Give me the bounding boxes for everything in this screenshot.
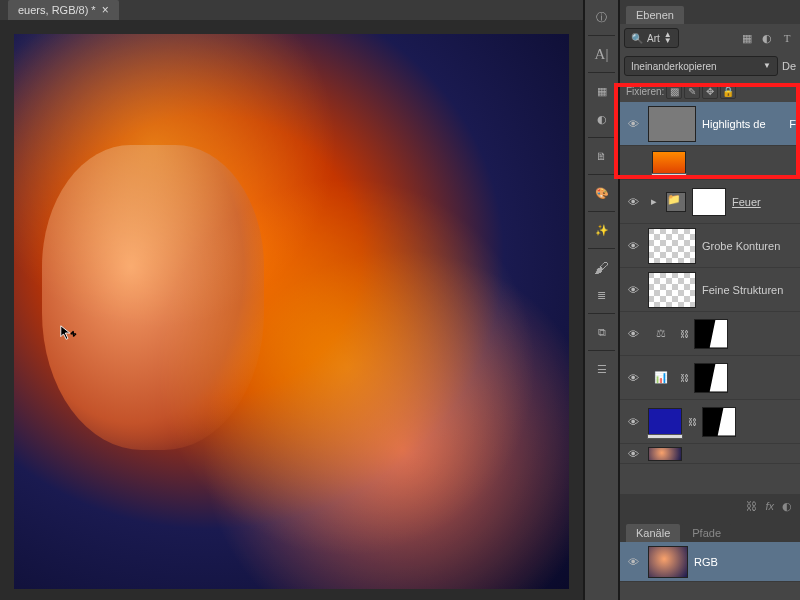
adjustments-icon[interactable]: ◐ — [588, 106, 616, 132]
channel-name[interactable]: RGB — [694, 556, 796, 568]
balance-icon: ⚖ — [648, 321, 674, 347]
lock-pixels-icon[interactable]: ✎ — [684, 83, 700, 99]
layer-thumbnail[interactable] — [648, 408, 682, 436]
layer-thumbnail[interactable] — [652, 151, 686, 175]
channel-row-rgb[interactable]: 👁 RGB — [620, 542, 800, 582]
color-icon[interactable]: 🎨 — [588, 180, 616, 206]
close-icon[interactable]: × — [102, 3, 109, 17]
brush-icon[interactable]: 🖌 — [588, 254, 616, 280]
lock-position-icon[interactable]: ✥ — [702, 83, 718, 99]
wand-icon[interactable]: ✨ — [588, 217, 616, 243]
layer-filter-value: Art — [647, 33, 660, 44]
channel-thumbnail[interactable] — [648, 546, 688, 578]
layer-name[interactable]: Highlights de — [702, 118, 783, 130]
visibility-icon[interactable]: 👁 — [624, 237, 642, 255]
layer-mask-thumbnail[interactable] — [692, 188, 726, 216]
layers-panel-footer: ⛓ fx ◐ — [620, 494, 800, 518]
layer-thumbnail[interactable] — [648, 272, 696, 308]
layer-row-feuer[interactable]: 👁 ▸ 📁 Feuer — [620, 180, 800, 224]
visibility-icon[interactable]: 👁 — [624, 413, 642, 431]
move-cursor-icon — [59, 324, 77, 342]
search-icon: 🔍 — [631, 33, 643, 44]
chevron-updown-icon: ▲▼ — [664, 32, 672, 44]
layer-row-grobe-konturen[interactable]: 👁 Grobe Konturen — [620, 224, 800, 268]
visibility-icon[interactable]: 👁 — [624, 553, 642, 571]
lock-row: Fixieren: ▩ ✎ ✥ 🔒 — [620, 80, 800, 102]
document-title: euers, RGB/8) * — [18, 4, 96, 16]
layers-list: 👁 Highlights de F 👁 ▸ 📁 Feuer — [620, 102, 800, 494]
visibility-icon[interactable]: 👁 — [624, 193, 642, 211]
layer-row-orange-fill[interactable] — [620, 146, 800, 180]
filter-image-icon[interactable]: ▦ — [738, 29, 756, 47]
clone-source-icon[interactable]: ⧉ — [588, 319, 616, 345]
layer-mask-thumbnail[interactable] — [694, 363, 728, 393]
layer-extra: F — [789, 118, 796, 130]
link-icon: ⛓ — [680, 373, 688, 383]
layer-filter-dropdown[interactable]: 🔍 Art ▲▼ — [624, 28, 679, 48]
collapsed-panel-dock: ⓘ A| ▦ ◐ 🗎 🎨 ✨ 🖌 ≣ ⧉ ☰ — [584, 0, 618, 600]
layer-thumbnail[interactable] — [648, 106, 696, 142]
layer-mask-thumbnail[interactable] — [702, 407, 736, 437]
canvas[interactable] — [14, 34, 569, 589]
document-tab[interactable]: euers, RGB/8) * × — [8, 0, 119, 20]
link-layers-icon[interactable]: ⛓ — [746, 500, 757, 512]
blend-mode-value: Ineinanderkopieren — [631, 61, 717, 72]
layer-name[interactable]: Feine Strukturen — [702, 284, 796, 296]
visibility-icon[interactable]: 👁 — [624, 325, 642, 343]
properties-icon[interactable]: ☰ — [588, 356, 616, 382]
layer-name[interactable]: Grobe Konturen — [702, 240, 796, 252]
lock-label: Fixieren: — [626, 86, 664, 97]
link-icon: ⛓ — [688, 417, 696, 427]
tab-layers[interactable]: Ebenen — [626, 6, 684, 24]
levels-icon: 📊 — [648, 365, 674, 391]
swatches-icon[interactable]: ▦ — [588, 78, 616, 104]
chevron-down-icon: ▼ — [763, 63, 771, 69]
layer-row-adjustment-1[interactable]: 👁 ⚖ ⛓ — [620, 312, 800, 356]
tab-paths[interactable]: Pfade — [682, 524, 731, 542]
visibility-icon[interactable]: 👁 — [624, 281, 642, 299]
layer-thumbnail[interactable] — [648, 228, 696, 264]
link-icon: ⛓ — [680, 329, 688, 339]
visibility-icon[interactable]: 👁 — [624, 115, 642, 133]
layer-row-adjustment-2[interactable]: 👁 📊 ⛓ — [620, 356, 800, 400]
lock-all-icon[interactable]: 🔒 — [720, 83, 736, 99]
folder-icon: 📁 — [666, 192, 686, 212]
visibility-icon[interactable]: 👁 — [624, 369, 642, 387]
lock-transparent-icon[interactable]: ▩ — [666, 83, 682, 99]
filter-type-icon[interactable]: T — [778, 29, 796, 47]
layer-row-solid-blue[interactable]: 👁 ⛓ — [620, 400, 800, 444]
visibility-icon[interactable]: 👁 — [624, 445, 642, 463]
blend-mode-dropdown[interactable]: Ineinanderkopieren ▼ — [624, 56, 778, 76]
chevron-right-icon[interactable]: ▸ — [648, 195, 660, 208]
opacity-label: De — [782, 60, 796, 72]
info-icon[interactable]: ⓘ — [588, 4, 616, 30]
brush-presets-icon[interactable]: ≣ — [588, 282, 616, 308]
fx-icon[interactable]: fx — [765, 500, 774, 512]
history-icon[interactable]: 🗎 — [588, 143, 616, 169]
layer-mask-thumbnail[interactable] — [694, 319, 728, 349]
layer-row-feine-strukturen[interactable]: 👁 Feine Strukturen — [620, 268, 800, 312]
layer-name[interactable]: Feuer — [732, 196, 796, 208]
layer-row-photo[interactable]: 👁 — [620, 444, 800, 464]
layer-thumbnail[interactable] — [648, 447, 682, 461]
tab-channels[interactable]: Kanäle — [626, 524, 680, 542]
artwork-flames — [14, 34, 569, 589]
character-icon[interactable]: A| — [588, 41, 616, 67]
filter-adjust-icon[interactable]: ◐ — [758, 29, 776, 47]
layer-row-highlights[interactable]: 👁 Highlights de F — [620, 102, 800, 146]
mask-icon[interactable]: ◐ — [782, 500, 792, 513]
